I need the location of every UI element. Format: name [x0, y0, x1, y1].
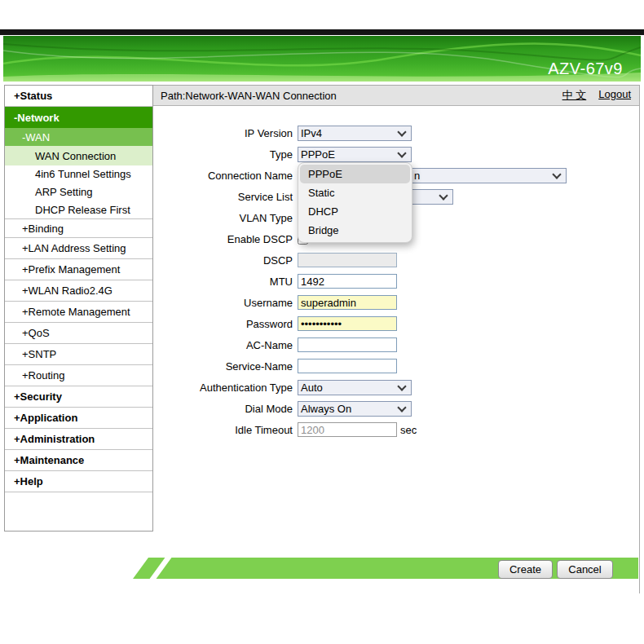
sidebar-item-qos[interactable]: +QoS — [5, 323, 152, 344]
dropdown-option-bridge[interactable]: Bridge — [300, 221, 410, 240]
type-label: Type — [153, 148, 298, 161]
breadcrumb: Path:Network-WAN-WAN Connection — [161, 90, 337, 102]
cancel-button[interactable]: Cancel — [557, 560, 613, 579]
wan-connection-form: IP Version IPv4 Type PPPoE Connection Na… — [153, 106, 639, 440]
form-row: Service-Name — [153, 355, 639, 377]
decorative-stripe — [148, 556, 173, 580]
sidebar-item-wan-connection[interactable]: WAN Connection — [5, 146, 152, 165]
sidebar-item-administration[interactable]: +Administration — [5, 429, 152, 450]
sidebar-item-security[interactable]: +Security — [5, 386, 152, 408]
username-input[interactable] — [298, 295, 397, 310]
sidebar-item-wlan-radio[interactable]: +WLAN Radio2.4G — [5, 280, 152, 302]
chevron-down-icon — [397, 148, 406, 157]
dscp-label: DSCP — [153, 254, 298, 267]
chevron-down-icon — [552, 170, 561, 179]
ac-name-input[interactable] — [298, 337, 397, 352]
dial-mode-select[interactable]: Always On — [298, 401, 412, 417]
type-value: PPPoE — [301, 148, 335, 161]
ac-name-label: AC-Name — [153, 339, 298, 351]
form-row: Password — [153, 313, 639, 334]
chevron-down-icon — [397, 127, 406, 136]
dial-mode-label: Dial Mode — [153, 403, 298, 415]
authentication-type-label: Authentication Type — [153, 382, 298, 394]
dscp-input[interactable] — [298, 253, 397, 267]
language-link[interactable]: 中 文 — [562, 88, 587, 103]
vlan-type-label: VLAN Type — [153, 212, 298, 224]
sidebar-item-status[interactable]: +Status — [5, 86, 152, 107]
password-label: Password — [153, 318, 298, 330]
dropdown-option-pppoe[interactable]: PPPoE — [300, 165, 410, 183]
form-row: Username — [153, 292, 639, 313]
form-row: AC-Name — [153, 334, 639, 355]
idle-timeout-label: Idle Timeout — [153, 424, 298, 436]
sidebar-item-binding[interactable]: +Binding — [5, 219, 152, 238]
ip-version-value: IPv4 — [301, 127, 322, 139]
form-row: DSCP — [153, 249, 639, 271]
password-input[interactable] — [298, 316, 397, 331]
connection-name-label: Connection Name — [153, 170, 298, 182]
form-row: MTU — [153, 271, 639, 292]
ip-version-select[interactable]: IPv4 — [298, 126, 412, 141]
form-row: Dial Mode Always On — [153, 398, 639, 419]
top-black-bar — [0, 29, 644, 35]
type-select[interactable]: PPPoE — [298, 147, 412, 162]
service-name-label: Service-Name — [153, 360, 298, 373]
username-label: Username — [153, 297, 298, 309]
sidebar-item-network[interactable]: -Network — [5, 107, 152, 128]
enable-dscp-label: Enable DSCP — [153, 233, 298, 245]
form-row: Idle Timeout sec — [153, 419, 639, 440]
type-dropdown-popup: PPPoE Static DHCP Bridge — [298, 162, 412, 243]
ip-version-label: IP Version — [153, 127, 298, 139]
form-row: Authentication Type Auto — [153, 377, 639, 398]
dropdown-option-static[interactable]: Static — [300, 183, 410, 202]
sidebar-item-routing[interactable]: +Routing — [5, 365, 152, 386]
chevron-down-icon — [439, 191, 448, 200]
sidebar-item-prefix-management[interactable]: +Prefix Management — [5, 259, 152, 280]
main-content: Path:Network-WAN-WAN Connection 中 文 Logo… — [153, 85, 640, 593]
idle-timeout-input[interactable] — [298, 422, 397, 437]
idle-timeout-unit: sec — [400, 424, 417, 436]
service-name-input[interactable] — [298, 359, 397, 373]
sidebar-item-arp-setting[interactable]: ARP Setting — [5, 183, 152, 201]
chevron-down-icon — [397, 403, 406, 412]
sidebar-item-maintenance[interactable]: +Maintenance — [5, 450, 152, 471]
sidebar-item-remote-management[interactable]: +Remote Management — [5, 302, 152, 323]
sidebar-nav: +Status -Network -WAN WAN Connection 4in… — [4, 85, 153, 532]
mtu-input[interactable] — [298, 274, 397, 289]
dropdown-option-dhcp[interactable]: DHCP — [300, 202, 410, 221]
mtu-label: MTU — [153, 276, 298, 288]
sidebar-item-help[interactable]: +Help — [5, 471, 152, 492]
logout-link[interactable]: Logout — [598, 88, 631, 103]
connection-name-value: n — [414, 170, 420, 182]
sidebar-item-dhcp-release[interactable]: DHCP Release First — [5, 201, 152, 219]
banner-wave-graphic — [3, 36, 641, 82]
breadcrumb-bar: Path:Network-WAN-WAN Connection 中 文 Logo… — [153, 86, 639, 106]
sidebar-item-sntp[interactable]: +SNTP — [5, 344, 152, 365]
sidebar-item-wan[interactable]: -WAN — [5, 128, 152, 146]
header-banner: AZV-67v9 — [3, 36, 641, 82]
sidebar-item-application[interactable]: +Application — [5, 408, 152, 429]
chevron-down-icon — [397, 382, 406, 390]
sidebar-item-lan-address[interactable]: +LAN Address Setting — [5, 238, 152, 259]
authentication-type-select[interactable]: Auto — [298, 380, 412, 395]
form-row: IP Version IPv4 — [153, 122, 639, 143]
service-list-label: Service List — [153, 191, 298, 203]
dial-mode-value: Always On — [301, 403, 351, 415]
device-model-title: AZV-67v9 — [548, 60, 623, 78]
authentication-type-value: Auto — [301, 382, 323, 394]
create-button[interactable]: Create — [498, 560, 553, 579]
sidebar-item-4in6-tunnel[interactable]: 4in6 Tunnel Settings — [5, 165, 152, 183]
